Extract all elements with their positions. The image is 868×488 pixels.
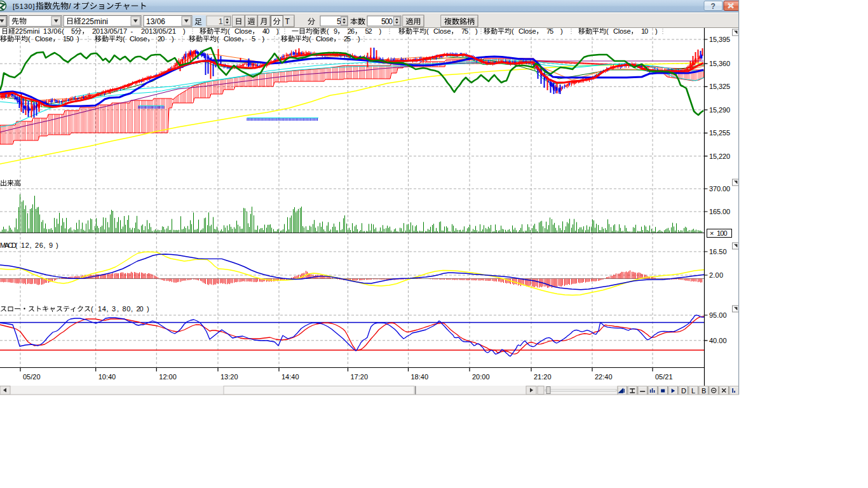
svg-text:100: 100: [717, 229, 728, 237]
svg-text:[5130]: [5130]: [13, 3, 35, 10]
svg-text:-: -: [131, 27, 133, 35]
svg-text:15,220: 15,220: [709, 152, 730, 160]
svg-text:/: /: [69, 1, 71, 11]
svg-text:225mini: 225mini: [81, 17, 108, 26]
svg-text:(: (: [28, 35, 31, 43]
svg-text:): ): [379, 27, 382, 35]
svg-text:05/21: 05/21: [655, 373, 673, 381]
svg-text:16.50: 16.50: [709, 248, 727, 255]
svg-text:(: (: [512, 27, 514, 35]
svg-text:40.00: 40.00: [709, 337, 727, 344]
svg-text:3,: 3,: [112, 305, 119, 313]
svg-text:2013/05/21: 2013/05/21: [141, 27, 176, 35]
svg-text:05/20: 05/20: [23, 373, 41, 381]
svg-text:150: 150: [63, 35, 74, 43]
svg-text:13/06(: 13/06(: [43, 27, 64, 35]
svg-text:(: (: [227, 27, 230, 35]
svg-text:L: L: [691, 387, 695, 395]
svg-text:20: 20: [158, 35, 165, 43]
svg-text:Close: Close: [234, 27, 252, 35]
svg-text:(: (: [426, 27, 429, 35]
svg-text:5: 5: [337, 17, 341, 26]
svg-text:165.00: 165.00: [709, 208, 730, 215]
svg-text:5: 5: [252, 35, 255, 43]
svg-text:): ): [172, 35, 174, 43]
svg-text:26,: 26,: [35, 241, 46, 249]
svg-text:15,395: 15,395: [709, 36, 730, 43]
svg-text:15,325: 15,325: [709, 83, 730, 90]
svg-text:370.00: 370.00: [709, 185, 730, 193]
svg-text:14,: 14,: [98, 305, 109, 313]
svg-text:(: (: [606, 27, 609, 35]
svg-text:Close: Close: [316, 35, 334, 43]
svg-text:): ): [475, 27, 478, 35]
svg-text:500: 500: [381, 17, 393, 26]
svg-text:52: 52: [365, 27, 372, 35]
svg-text:1: 1: [219, 17, 223, 26]
svg-text:75: 75: [546, 27, 553, 35]
svg-text:14:40: 14:40: [281, 373, 299, 381]
svg-text:20:00: 20:00: [472, 373, 490, 381]
svg-text:75: 75: [461, 27, 468, 35]
svg-text:Close: Close: [35, 35, 53, 43]
svg-text:): ): [77, 35, 79, 43]
svg-text:(: (: [91, 305, 93, 313]
svg-text:225mini: 225mini: [15, 27, 40, 35]
svg-text:13/06: 13/06: [146, 17, 165, 26]
svg-text:15,360: 15,360: [709, 60, 730, 67]
svg-text:MACD(: MACD(: [0, 241, 18, 249]
svg-text:Close: Close: [130, 35, 147, 43]
svg-text:): ): [56, 241, 58, 249]
svg-text:Close: Close: [613, 27, 631, 35]
svg-text:): ): [147, 305, 149, 313]
svg-text:Close: Close: [224, 35, 241, 43]
svg-text:12:00: 12:00: [159, 373, 176, 381]
svg-text:): ): [276, 27, 279, 35]
svg-text:(: (: [217, 35, 219, 43]
svg-text:95.00: 95.00: [709, 311, 727, 319]
svg-text:2.00: 2.00: [709, 271, 723, 279]
svg-text:?: ?: [711, 2, 715, 11]
svg-text:17:20: 17:20: [351, 373, 369, 381]
svg-text:(: (: [327, 27, 329, 35]
svg-text:D: D: [681, 387, 686, 395]
svg-text:13:20: 13:20: [220, 373, 238, 381]
svg-text:): ): [560, 27, 563, 35]
svg-text:10:40: 10:40: [98, 373, 116, 381]
svg-text:Close: Close: [519, 27, 536, 35]
svg-text:80,: 80,: [123, 305, 133, 313]
svg-text:15,255: 15,255: [709, 129, 730, 137]
svg-text:5: 5: [71, 27, 75, 35]
svg-text:12,: 12,: [21, 241, 32, 249]
svg-text:): ): [183, 27, 186, 35]
svg-text:(: (: [123, 35, 125, 43]
svg-text:T: T: [285, 17, 290, 26]
svg-text:40: 40: [262, 27, 269, 35]
svg-text:26: 26: [348, 27, 355, 35]
svg-text:): ): [358, 35, 360, 43]
svg-text:10: 10: [641, 27, 648, 35]
svg-text:18:40: 18:40: [411, 373, 429, 381]
svg-text:20: 20: [137, 305, 144, 313]
svg-text:2013/05/17: 2013/05/17: [92, 27, 127, 35]
svg-text:): ): [262, 35, 265, 43]
svg-text:Close: Close: [433, 27, 451, 35]
svg-text:25: 25: [344, 35, 351, 43]
svg-text:9: 9: [334, 27, 337, 35]
svg-text:): ): [655, 27, 658, 35]
svg-text:22:40: 22:40: [595, 373, 613, 381]
svg-text:(: (: [309, 35, 311, 43]
svg-text:15,290: 15,290: [709, 106, 730, 114]
svg-text:21:20: 21:20: [534, 373, 552, 381]
svg-text:9: 9: [49, 241, 53, 249]
svg-text:B: B: [702, 387, 706, 395]
svg-text:×: ×: [710, 229, 714, 237]
